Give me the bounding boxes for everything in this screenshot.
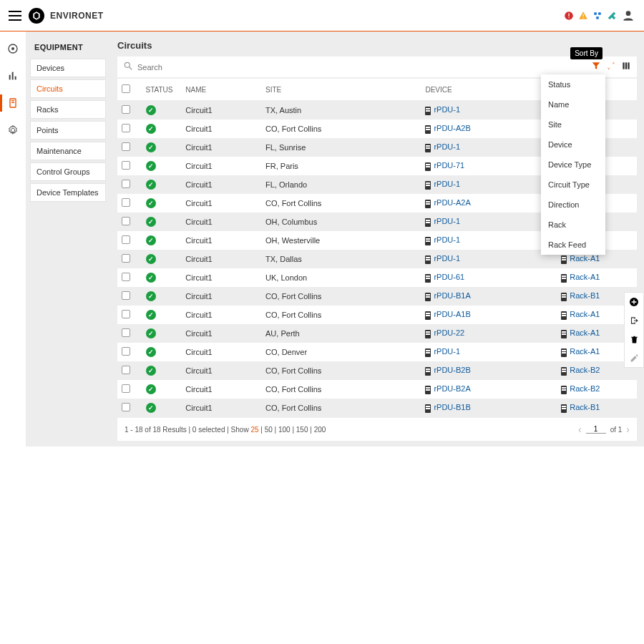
row-checkbox[interactable]: [122, 403, 130, 411]
next-page-icon[interactable]: ›: [626, 424, 630, 435]
table-row[interactable]: Circuit1CO, Fort CollinsrPDU-B1BRack-B1: [117, 399, 637, 417]
add-icon[interactable]: [625, 293, 643, 311]
row-checkbox[interactable]: [122, 291, 130, 300]
rail-equipment-icon[interactable]: [6, 96, 20, 110]
sidebar-item-circuits[interactable]: Circuits: [30, 79, 106, 98]
col-header[interactable]: NAME: [181, 79, 261, 101]
sidebar-item-control-groups[interactable]: Control Groups: [30, 162, 106, 181]
row-checkbox[interactable]: [122, 310, 130, 318]
status-ok-icon: [146, 366, 156, 376]
sort-option-name[interactable]: Name: [541, 94, 605, 114]
col-header[interactable]: DEVICE: [421, 79, 557, 101]
rack-link[interactable]: Rack-A1: [570, 347, 600, 356]
row-checkbox[interactable]: [122, 198, 130, 207]
device-link[interactable]: rPDU-1: [434, 254, 460, 263]
prev-page-icon[interactable]: ‹: [578, 424, 582, 435]
page-input[interactable]: [586, 425, 606, 434]
device-link[interactable]: rPDU-1: [434, 217, 460, 225]
device-link[interactable]: rPDU-B1B: [434, 403, 470, 411]
sort-option-rack[interactable]: Rack: [541, 215, 605, 235]
sort-option-device[interactable]: Device: [541, 135, 605, 155]
row-checkbox[interactable]: [122, 161, 130, 170]
rail-dashboard-icon[interactable]: [6, 42, 20, 56]
select-all-checkbox[interactable]: [122, 84, 130, 93]
sort-option-direction[interactable]: Direction: [541, 195, 605, 215]
svg-rect-19: [623, 62, 624, 69]
rack-link[interactable]: Rack-A1: [570, 310, 600, 318]
rack-link[interactable]: Rack-A1: [570, 254, 600, 263]
rail-settings-icon[interactable]: [6, 123, 20, 137]
sort-option-rack-feed[interactable]: Rack Feed: [541, 235, 605, 255]
rack-link[interactable]: Rack-B2: [570, 384, 600, 393]
menu-icon[interactable]: [9, 11, 21, 21]
device-link[interactable]: rPDU-1: [434, 142, 460, 151]
device-link[interactable]: rPDU-B2B: [434, 366, 470, 374]
row-checkbox[interactable]: [122, 105, 130, 114]
tools-icon[interactable]: [607, 11, 617, 21]
rail-reports-icon[interactable]: [6, 69, 20, 83]
rack-link[interactable]: Rack-B1: [570, 403, 600, 411]
device-link[interactable]: rPDU-A2B: [434, 124, 470, 132]
table-row[interactable]: Circuit1UK, LondonrPDU-61Rack-A1: [117, 268, 637, 287]
row-checkbox[interactable]: [122, 273, 130, 281]
device-link[interactable]: rPDU-1: [434, 105, 460, 114]
row-checkbox[interactable]: [122, 180, 130, 188]
table-row[interactable]: Circuit1CO, DenverrPDU-1Rack-A1: [117, 343, 637, 361]
row-checkbox[interactable]: [122, 254, 130, 263]
col-header[interactable]: STATUS: [142, 79, 182, 101]
device-link[interactable]: rPDU-1: [434, 347, 460, 356]
sort-option-status[interactable]: Status: [541, 74, 605, 94]
export-icon[interactable]: [625, 311, 643, 330]
network-icon[interactable]: [592, 11, 602, 21]
columns-icon[interactable]: [621, 61, 631, 73]
device-link[interactable]: rPDU-1: [434, 235, 460, 244]
sort-option-circuit-type[interactable]: Circuit Type: [541, 175, 605, 195]
filter-icon[interactable]: [591, 61, 601, 73]
device-link[interactable]: rPDU-61: [434, 273, 464, 281]
row-checkbox[interactable]: [122, 124, 130, 132]
col-header[interactable]: SITE: [261, 79, 421, 101]
table-row[interactable]: Circuit1CO, Fort CollinsrPDU-A1BRack-A1: [117, 306, 637, 324]
device-link[interactable]: rPDU-71: [434, 161, 464, 170]
rack-link[interactable]: Rack-B2: [570, 366, 600, 374]
row-checkbox[interactable]: [122, 217, 130, 225]
device-icon: [425, 293, 431, 301]
table-row[interactable]: Circuit1CO, Fort CollinsrPDU-B1ARack-B1: [117, 287, 637, 306]
table-row[interactable]: Circuit1CO, Fort CollinsrPDU-B2BRack-B2: [117, 361, 637, 380]
device-link[interactable]: rPDU-22: [434, 328, 464, 337]
sidebar-item-devices[interactable]: Devices: [30, 59, 106, 77]
delete-icon[interactable]: [625, 330, 643, 348]
edit-icon[interactable]: [625, 348, 643, 367]
device-link[interactable]: rPDU-B1A: [434, 291, 470, 300]
rack-link[interactable]: Rack-B1: [570, 291, 600, 300]
alert-warning-icon[interactable]: [578, 11, 588, 21]
sidebar-item-points[interactable]: Points: [30, 121, 106, 140]
sidebar-item-racks[interactable]: Racks: [30, 100, 106, 119]
row-checkbox[interactable]: [122, 347, 130, 356]
row-checkbox[interactable]: [122, 366, 130, 374]
table-row[interactable]: Circuit1CO, Fort CollinsrPDU-B2ARack-B2: [117, 380, 637, 399]
col-header[interactable]: [117, 79, 142, 101]
search-input[interactable]: [133, 60, 587, 74]
sort-icon[interactable]: [605, 60, 617, 74]
device-link[interactable]: rPDU-A1B: [434, 310, 470, 318]
sidebar-item-device-templates[interactable]: Device Templates: [30, 183, 106, 202]
row-checkbox[interactable]: [122, 235, 130, 244]
status-ok-icon: [146, 180, 156, 190]
alert-error-icon[interactable]: [564, 11, 574, 21]
cell-site: FR, Paris: [261, 157, 421, 175]
sidebar-item-maintenance[interactable]: Maintenance: [30, 142, 106, 160]
table-row[interactable]: Circuit1AU, PerthrPDU-22Rack-A1: [117, 324, 637, 343]
row-checkbox[interactable]: [122, 384, 130, 393]
device-link[interactable]: rPDU-B2A: [434, 384, 470, 393]
row-checkbox[interactable]: [122, 328, 130, 337]
avatar-icon[interactable]: [621, 9, 635, 23]
sort-option-site[interactable]: Site: [541, 114, 605, 135]
row-checkbox[interactable]: [122, 142, 130, 151]
device-link[interactable]: rPDU-1: [434, 180, 460, 188]
sort-option-device-type[interactable]: Device Type: [541, 155, 605, 175]
device-link[interactable]: rPDU-A2A: [434, 198, 470, 207]
rack-link[interactable]: Rack-A1: [570, 328, 600, 337]
rack-link[interactable]: Rack-A1: [570, 273, 600, 281]
svg-rect-1: [568, 13, 569, 16]
